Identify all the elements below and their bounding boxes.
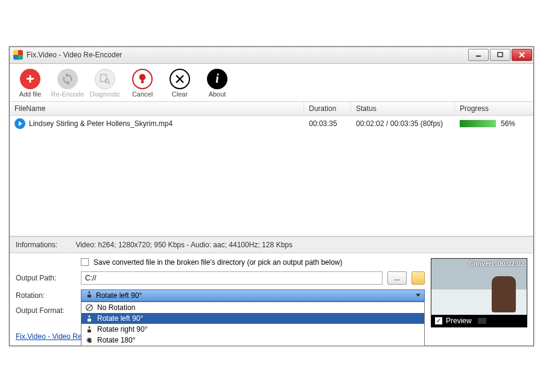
output-path-row: Output Path: ... xyxy=(16,271,425,285)
app-window: Fix.Video - Video Re-Encoder + Add file … xyxy=(9,46,534,346)
rotation-option-none[interactable]: No Rotation xyxy=(81,302,424,313)
rotation-row: Rotation: Rotate left 90° No Rotation xyxy=(16,289,425,302)
clear-button[interactable]: Clear xyxy=(165,69,194,98)
preview-figure xyxy=(492,276,516,312)
duration-cell: 00:03:35 xyxy=(304,119,351,128)
chevron-down-icon xyxy=(416,294,421,297)
clear-icon xyxy=(170,69,190,89)
open-folder-icon[interactable] xyxy=(411,271,425,285)
preview-thumb-icon[interactable] xyxy=(478,318,486,324)
no-rotation-icon xyxy=(85,303,94,312)
output-path-label: Output Path: xyxy=(16,274,76,282)
info-text: Video: h264; 1280x720; 950 Kbps - Audio:… xyxy=(75,241,292,249)
col-progress[interactable]: Progress xyxy=(455,102,533,115)
minimize-button[interactable] xyxy=(468,49,489,61)
rotate-right-icon xyxy=(85,325,94,334)
file-list[interactable]: Lindsey Stirling & Peter Hollens_Skyrim.… xyxy=(10,116,533,236)
rotate-180-icon xyxy=(85,336,94,344)
footer-link[interactable]: Fix.Video - Video Re xyxy=(10,330,82,346)
plus-icon: + xyxy=(20,69,40,89)
status-cell: 00:02:02 / 00:03:35 (80fps) xyxy=(351,119,455,128)
progress-bar xyxy=(460,120,496,127)
browse-button[interactable]: ... xyxy=(387,271,407,285)
app-icon xyxy=(13,50,23,60)
about-button[interactable]: i About xyxy=(203,69,232,98)
bottom-panel: Save converted file in the broken file's… xyxy=(10,253,533,330)
preview-checkbox-label: Preview xyxy=(446,317,472,325)
rotation-select-header[interactable]: Rotate left 90° xyxy=(81,289,425,302)
file-name: Lindsey Stirling & Peter Hollens_Skyrim.… xyxy=(29,119,173,128)
toolbar: + Add file Re-Encode Diagnostic Cancel C… xyxy=(10,64,533,102)
svg-rect-1 xyxy=(498,52,503,57)
preview-checkbox[interactable]: ✓ xyxy=(435,317,442,324)
progress-cell: 56% xyxy=(455,119,533,128)
video-file-icon xyxy=(14,118,25,129)
info-bar: Informations: Video: h264; 1280x720; 950… xyxy=(10,236,533,253)
rotation-label: Rotation: xyxy=(16,291,76,300)
save-in-dir-label: Save converted file in the broken file's… xyxy=(94,258,343,267)
info-label: Informations: xyxy=(16,241,57,249)
list-header: FileName Duration Status Progress xyxy=(10,102,533,116)
form-column: Save converted file in the broken file's… xyxy=(16,258,425,327)
rotation-select[interactable]: Rotate left 90° No Rotation Rotate left … xyxy=(81,289,425,302)
refresh-icon xyxy=(57,69,78,89)
save-in-dir-row: Save converted file in the broken file's… xyxy=(16,258,425,267)
cancel-icon xyxy=(132,69,153,89)
save-in-dir-checkbox[interactable] xyxy=(81,258,89,266)
reencode-button[interactable]: Re-Encode xyxy=(53,69,82,98)
rotation-option-180[interactable]: Rotate 180° xyxy=(81,335,424,346)
rotation-option-left[interactable]: Rotate left 90° xyxy=(81,313,424,324)
col-status[interactable]: Status xyxy=(351,102,455,115)
rotation-dropdown: No Rotation Rotate left 90° Rotate right… xyxy=(81,302,425,346)
rotation-selected: Rotate left 90° xyxy=(96,291,142,300)
convert-time-label: Convert: 00:02:02 xyxy=(469,260,524,267)
output-path-input[interactable] xyxy=(81,271,383,285)
close-button[interactable] xyxy=(512,49,532,61)
window-title: Fix.Video - Video Re-Encoder xyxy=(27,51,468,59)
window-buttons xyxy=(468,49,532,61)
maximize-button[interactable] xyxy=(490,49,510,61)
info-icon: i xyxy=(207,69,227,89)
cancel-button[interactable]: Cancel xyxy=(128,69,157,98)
diagnostic-button[interactable]: Diagnostic xyxy=(91,69,119,98)
preview-bar: ✓ Preview xyxy=(431,315,527,327)
col-filename[interactable]: FileName xyxy=(10,102,304,115)
table-row[interactable]: Lindsey Stirling & Peter Hollens_Skyrim.… xyxy=(10,116,533,131)
rotate-left-icon xyxy=(85,290,94,300)
svg-line-10 xyxy=(87,305,92,309)
diagnostic-icon xyxy=(95,69,115,89)
preview-panel: Convert: 00:02:02 ✓ Preview xyxy=(431,258,527,327)
svg-line-6 xyxy=(109,82,110,84)
add-file-button[interactable]: + Add file xyxy=(16,69,45,98)
titlebar: Fix.Video - Video Re-Encoder xyxy=(10,47,533,64)
output-format-label: Output Format: xyxy=(16,306,76,315)
col-duration[interactable]: Duration xyxy=(304,102,351,115)
preview-image: Convert: 00:02:02 xyxy=(431,259,527,315)
file-cell: Lindsey Stirling & Peter Hollens_Skyrim.… xyxy=(10,118,304,129)
rotate-left-icon xyxy=(85,314,94,323)
progress-pct: 56% xyxy=(501,119,515,128)
rotation-option-right[interactable]: Rotate right 90° xyxy=(81,324,424,335)
